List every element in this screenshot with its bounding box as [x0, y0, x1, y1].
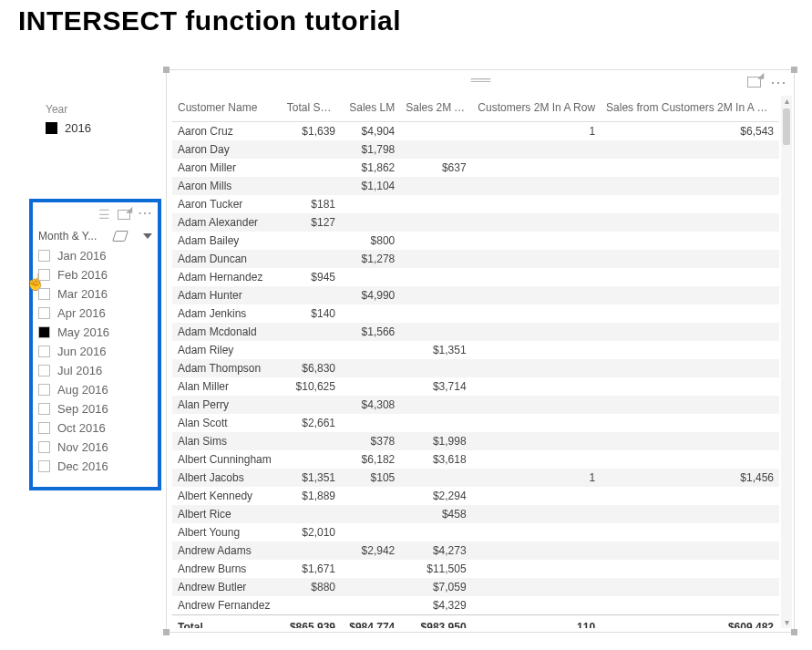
month-slicer-item[interactable]: May 2016 — [38, 325, 152, 340]
year-slicer[interactable]: Year 2016 — [46, 103, 155, 135]
cell-lm — [341, 505, 400, 523]
table-row[interactable]: Aaron Day$1,798 — [172, 140, 779, 159]
table-row[interactable]: Aaron Cruz$1,639$4,9041$6,543 — [172, 122, 779, 141]
column-header[interactable]: Sales LM — [341, 96, 400, 122]
vertical-scrollbar[interactable]: ▴ ▾ — [781, 96, 792, 628]
table-row[interactable]: Adam Hernandez$945 — [172, 268, 779, 286]
table-row[interactable]: Andrew Fernandez$4,329 — [172, 596, 779, 615]
checkbox-icon[interactable] — [38, 441, 50, 453]
month-slicer[interactable]: ☰ Month & Y... ☝️ Jan 2016Feb 2016Mar 20… — [29, 199, 161, 490]
cell-salescust — [601, 377, 779, 396]
table-row[interactable]: Alan Scott$2,661 — [172, 414, 779, 432]
table-row[interactable]: Albert Jacobs$1,351$1051$1,456 — [172, 469, 779, 487]
table-row[interactable]: Albert Young$2,010 — [172, 523, 779, 542]
total-cell-total: $865,939 — [282, 615, 341, 629]
resize-handle-icon[interactable] — [163, 67, 170, 73]
table-row[interactable]: Adam Mcdonald$1,566 — [172, 323, 779, 341]
cell-total — [282, 323, 341, 341]
focus-mode-icon[interactable] — [747, 77, 761, 88]
table-row[interactable]: Adam Bailey$800 — [172, 232, 779, 250]
cell-cust2 — [472, 140, 601, 159]
checkbox-icon[interactable] — [46, 122, 57, 134]
table-row[interactable]: Adam Alexander$127 — [172, 213, 779, 232]
cell-total: $2,010 — [282, 523, 341, 542]
more-options-icon[interactable] — [138, 208, 152, 221]
month-slicer-item[interactable]: Sep 2016 — [38, 401, 152, 417]
cell-lm: $1,862 — [341, 159, 400, 177]
month-slicer-item[interactable]: Oct 2016 — [38, 420, 152, 436]
table-row[interactable]: Aaron Mills$1,104 — [172, 177, 779, 195]
checkbox-icon[interactable] — [38, 384, 50, 396]
month-slicer-item[interactable]: Dec 2016 — [38, 459, 152, 474]
cell-cust2 — [472, 377, 601, 396]
resize-handle-icon[interactable] — [163, 629, 170, 635]
checkbox-icon[interactable] — [38, 269, 50, 281]
cell-total: $1,889 — [282, 487, 341, 505]
checkbox-icon[interactable] — [38, 403, 50, 415]
data-table: Customer NameTotal SalesSales LMSales 2M… — [172, 96, 779, 628]
table-row[interactable]: Albert Cunningham$6,182$3,618 — [172, 450, 779, 469]
table-row[interactable]: Adam Jenkins$140 — [172, 304, 779, 323]
column-header[interactable]: Customers 2M In A Row — [472, 96, 601, 122]
cell-name: Adam Hunter — [172, 286, 282, 304]
table-row[interactable]: Albert Kennedy$1,889$2,294 — [172, 487, 779, 505]
month-slicer-item[interactable]: Feb 2016 — [38, 267, 152, 283]
focus-mode-icon[interactable] — [118, 210, 130, 220]
table-row[interactable]: Andrew Burns$1,671$11,505 — [172, 560, 779, 578]
scroll-down-icon[interactable]: ▾ — [785, 617, 789, 628]
checkbox-icon[interactable] — [38, 365, 50, 377]
table-row[interactable]: Albert Rice$458 — [172, 505, 779, 523]
cell-lm: $105 — [341, 469, 400, 487]
column-header[interactable]: Sales 2M Ago — [400, 96, 471, 122]
cell-lm: $378 — [341, 432, 400, 450]
table-row[interactable]: Aaron Tucker$181 — [172, 195, 779, 213]
cell-total — [282, 450, 341, 469]
table-row[interactable]: Alan Perry$4,308 — [172, 396, 779, 414]
cell-total — [282, 505, 341, 523]
checkbox-icon[interactable] — [38, 460, 50, 472]
table-row[interactable]: Aaron Miller$1,862$637 — [172, 159, 779, 177]
scroll-up-icon[interactable]: ▴ — [785, 96, 789, 107]
drag-grip-icon[interactable]: ══ — [471, 72, 490, 88]
table-row[interactable]: Alan Miller$10,625$3,714 — [172, 377, 779, 396]
grip-icon[interactable]: ☰ — [98, 207, 110, 222]
cell-name: Aaron Miller — [172, 159, 282, 177]
scroll-thumb[interactable] — [783, 108, 790, 145]
month-slicer-item[interactable]: Apr 2016 — [38, 305, 152, 321]
table-row[interactable]: Adam Duncan$1,278 — [172, 250, 779, 268]
month-slicer-item[interactable]: Mar 2016 — [38, 286, 152, 302]
table-row[interactable]: Alan Sims$378$1,998 — [172, 432, 779, 450]
month-slicer-item[interactable]: Nov 2016 — [38, 439, 152, 455]
table-visual[interactable]: ══ Customer NameTotal SalesSales LMSales… — [166, 69, 795, 633]
more-options-icon[interactable] — [770, 72, 786, 92]
cell-name: Adam Mcdonald — [172, 323, 282, 341]
chevron-down-icon[interactable] — [143, 233, 152, 239]
table-row[interactable]: Adam Hunter$4,990 — [172, 286, 779, 304]
column-header[interactable]: Sales from Customers 2M In A Row — [601, 96, 779, 122]
clear-selections-icon[interactable] — [112, 231, 128, 242]
column-header[interactable]: Customer Name — [172, 96, 282, 122]
table-row[interactable]: Andrew Butler$880$7,059 — [172, 578, 779, 596]
month-slicer-item[interactable]: Jan 2016 — [38, 248, 152, 263]
month-slicer-item[interactable]: Jun 2016 — [38, 344, 152, 359]
checkbox-icon[interactable] — [38, 326, 50, 338]
year-slicer-item[interactable]: 2016 — [46, 121, 155, 135]
table-row[interactable]: Adam Riley$1,351 — [172, 341, 779, 359]
cell-total: $127 — [282, 213, 341, 232]
checkbox-icon[interactable] — [38, 307, 50, 319]
month-slicer-item-label: Sep 2016 — [57, 402, 108, 416]
cell-lm — [341, 487, 400, 505]
cell-name: Andrew Burns — [172, 560, 282, 578]
resize-handle-icon[interactable] — [791, 629, 797, 635]
checkbox-icon[interactable] — [38, 250, 50, 262]
month-slicer-item[interactable]: Aug 2016 — [38, 382, 152, 397]
cell-lm — [341, 414, 400, 432]
checkbox-icon[interactable] — [38, 346, 50, 357]
column-header[interactable]: Total Sales — [282, 96, 341, 122]
table-row[interactable]: Andrew Adams$2,942$4,273 — [172, 542, 779, 560]
checkbox-icon[interactable] — [38, 422, 50, 434]
table-row[interactable]: Adam Thompson$6,830 — [172, 359, 779, 377]
resize-handle-icon[interactable] — [791, 67, 797, 73]
checkbox-icon[interactable] — [38, 288, 50, 300]
month-slicer-item[interactable]: Jul 2016 — [38, 363, 152, 378]
